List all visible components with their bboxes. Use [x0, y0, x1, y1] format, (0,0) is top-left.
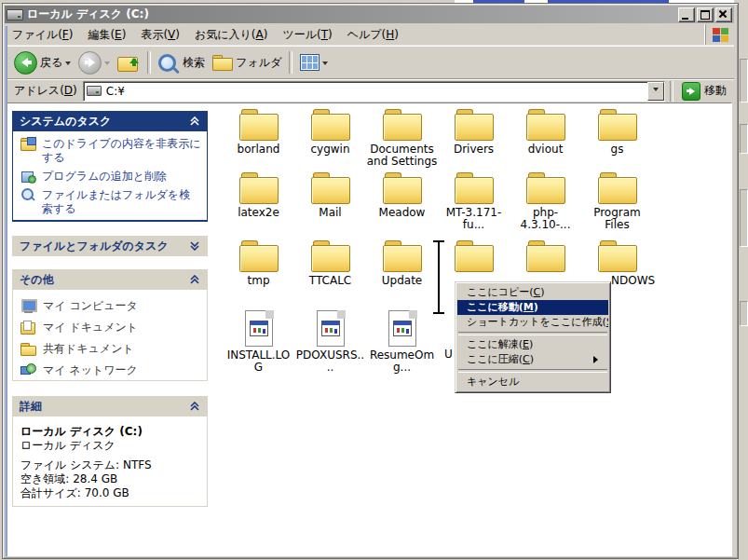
folder-gs[interactable]: gs	[581, 108, 653, 168]
folder-icon	[238, 108, 279, 141]
folder-icon	[525, 108, 566, 141]
search-button[interactable]: 検索	[155, 52, 209, 74]
title-bar[interactable]: ローカル ディスク (C:)	[5, 6, 734, 23]
folder-icon	[310, 108, 351, 141]
windows-flag-icon	[713, 28, 728, 42]
details-free-space: 空き領域: 28.4 GB	[20, 472, 201, 486]
forward-dropdown-arrow-icon[interactable]	[104, 61, 110, 68]
green-go-arrow-icon	[682, 82, 700, 101]
folder-ttcalc[interactable]: TTCALC	[294, 239, 366, 287]
background-scrollbar-fragment	[740, 189, 748, 247]
system-tasks-header[interactable]: システムのタスク	[12, 111, 208, 131]
menu-tools[interactable]: ツール(T)	[275, 25, 339, 45]
folder-icon	[238, 239, 279, 272]
details-total-size: 合計サイズ: 70.0 GB	[20, 486, 201, 500]
file-pdoxusrs[interactable]: PDOXUSRS....	[294, 308, 366, 374]
address-bar: アドレス(D) C:¥ 移動	[5, 78, 734, 102]
context-menu-extract-here[interactable]: ここに解凍(E)	[457, 337, 608, 352]
system-tasks-panel: システムのタスク このドライブの内容を非表示にする プログラムの追加と削除 ファ…	[12, 111, 208, 222]
other-places-title: その他	[20, 272, 54, 288]
task-hide-drive-contents[interactable]: このドライブの内容を非表示にする	[20, 137, 201, 165]
address-combobox[interactable]: C:¥	[83, 81, 665, 102]
folder-mail[interactable]: Mail	[294, 171, 366, 231]
back-dropdown-arrow-icon[interactable]	[65, 61, 71, 68]
system-tasks-title: システムのタスク	[20, 114, 111, 130]
go-button[interactable]: 移動	[678, 81, 730, 102]
file-resumeomg[interactable]: ResumeOmg...	[366, 308, 438, 374]
folder-icon	[597, 108, 638, 141]
up-button[interactable]	[114, 51, 143, 74]
context-menu-create-shortcut-here[interactable]: ショートカットをここに作成(S)	[457, 315, 608, 330]
forward-button[interactable]	[75, 49, 114, 76]
context-menu-compress-here[interactable]: ここに圧縮(C)	[457, 352, 608, 367]
context-menu-copy-here[interactable]: ここにコピー(C)	[457, 285, 608, 300]
maximize-button[interactable]	[697, 7, 714, 22]
disk-drive-icon	[7, 9, 23, 20]
forward-icon	[78, 51, 102, 75]
file-folder-tasks-header[interactable]: ファイルとフォルダのタスク	[12, 236, 208, 256]
menu-help[interactable]: ヘルプ(H)	[340, 25, 406, 45]
icon-grid-row-2: latex2e Mail Meadow MT-3.171-fu... php-4…	[223, 171, 653, 231]
desktop-background: { "window": { "title": "ローカル ディスク (C:)" …	[0, 0, 748, 560]
chevron-up-icon	[189, 116, 200, 126]
context-menu-cancel[interactable]: キャンセル	[457, 375, 608, 389]
explorer-window: ローカル ディスク (C:) ファイル(F) 編集(E) 表示(V) お気に入り…	[2, 3, 739, 559]
folder-icon	[310, 171, 351, 204]
folder-pane-icon	[212, 55, 233, 71]
folder-unlabeled[interactable]	[510, 239, 581, 287]
menu-view[interactable]: 表示(V)	[133, 25, 187, 45]
place-my-documents[interactable]: マイ ドキュメント	[20, 320, 201, 335]
views-button[interactable]	[296, 52, 332, 73]
task-add-remove-programs[interactable]: プログラムの追加と削除	[20, 170, 201, 184]
address-label: アドレス(D)	[8, 83, 83, 99]
other-places-panel: その他 マイ コンピュータ マイ ドキュメント 共有ドキュメント	[12, 269, 208, 381]
folder-mt-3171[interactable]: MT-3.171-fu...	[438, 171, 510, 231]
background-scrollbar-fragment	[740, 59, 748, 102]
disk-drive-icon	[87, 86, 102, 96]
address-value[interactable]: C:¥	[106, 85, 647, 98]
folder-drivers[interactable]: Drivers	[438, 108, 510, 168]
views-dropdown-arrow-icon[interactable]	[322, 61, 328, 68]
file-folder-tasks-panel: ファイルとフォルダのタスク	[12, 236, 208, 256]
place-my-computer[interactable]: マイ コンピュータ	[20, 298, 201, 313]
close-button[interactable]	[715, 7, 732, 22]
folder-php-4310[interactable]: php-4.3.10-...	[510, 171, 581, 231]
folder-icon	[454, 239, 495, 272]
other-places-header[interactable]: その他	[12, 269, 208, 290]
folder-meadow[interactable]: Meadow	[366, 171, 438, 231]
file-install-log[interactable]: INSTALL.LOG	[223, 308, 294, 374]
folder-tmp[interactable]: tmp	[223, 239, 294, 287]
menu-bar: ファイル(F) 編集(E) 表示(V) お気に入り(A) ツール(T) ヘルプ(…	[5, 24, 734, 46]
menu-favorites[interactable]: お気に入り(A)	[187, 25, 275, 45]
context-menu-separator	[458, 332, 607, 335]
task-search-files[interactable]: ファイルまたはフォルダを検索する	[20, 188, 201, 216]
folder-documents-and-settings[interactable]: Documents and Settings	[366, 108, 438, 168]
minimize-button[interactable]	[678, 7, 695, 22]
folder-borland[interactable]: borland	[223, 108, 294, 168]
folder-dviout[interactable]: dviout	[510, 108, 581, 168]
folder-update[interactable]: Update	[366, 239, 438, 287]
folder-unlabeled[interactable]	[438, 239, 510, 287]
details-header[interactable]: 詳細	[12, 396, 208, 417]
window-left-border-accent	[5, 26, 7, 556]
shared-documents-icon	[20, 342, 36, 356]
folder-cygwin[interactable]: cygwin	[294, 108, 366, 168]
hide-drive-icon	[20, 137, 36, 151]
folder-windows-partially-covered[interactable]: NDOWS	[581, 239, 653, 287]
folder-icon	[597, 239, 638, 272]
menu-file[interactable]: ファイル(F)	[5, 25, 80, 45]
folder-latex2e[interactable]: latex2e	[223, 171, 294, 231]
place-shared-documents[interactable]: 共有ドキュメント	[20, 341, 201, 356]
folder-up-icon	[117, 53, 140, 72]
menu-edit[interactable]: 編集(E)	[80, 25, 133, 45]
file-label-partially-covered[interactable]: U	[444, 348, 453, 361]
toolbar-separator	[147, 51, 151, 74]
back-button[interactable]: 戻る	[10, 49, 75, 76]
context-menu-move-here[interactable]: ここに移動(M)	[457, 300, 608, 315]
details-drive-type: ローカル ディスク	[20, 439, 201, 453]
address-dropdown-button[interactable]	[647, 82, 664, 101]
place-my-network[interactable]: マイ ネットワーク	[20, 362, 201, 377]
folders-button[interactable]: フォルダ	[209, 53, 285, 73]
folder-icon	[382, 108, 423, 141]
folder-program-files[interactable]: Program Files	[581, 171, 653, 231]
